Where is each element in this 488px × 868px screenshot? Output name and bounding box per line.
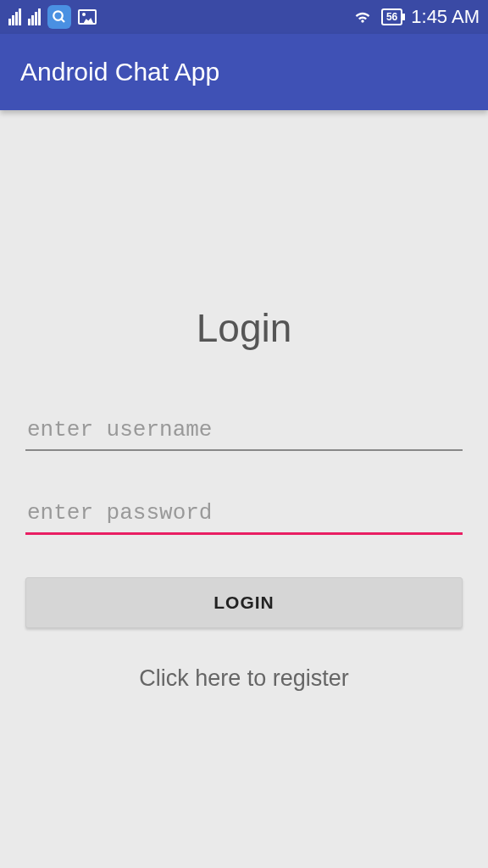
wifi-icon [352, 8, 373, 25]
password-input[interactable] [25, 493, 463, 535]
page-heading: Login [25, 305, 463, 351]
search-app-icon [47, 5, 71, 29]
login-content: Login LOGIN Click here to register [0, 110, 488, 692]
battery-icon: 56 [381, 8, 402, 25]
picture-icon [78, 9, 97, 25]
svg-point-0 [53, 11, 63, 20]
app-bar: Android Chat App [0, 34, 488, 110]
username-input[interactable] [25, 410, 463, 451]
battery-level: 56 [386, 11, 397, 23]
register-link[interactable]: Click here to register [25, 665, 463, 692]
clock-time: 1:45 AM [411, 6, 480, 28]
status-bar: 56 1:45 AM [0, 0, 488, 34]
status-right: 56 1:45 AM [352, 6, 480, 28]
signal-icon-2 [28, 8, 41, 25]
status-left [8, 5, 97, 29]
svg-line-1 [61, 19, 64, 22]
signal-icon [8, 8, 21, 25]
login-button[interactable]: LOGIN [25, 577, 463, 628]
app-title: Android Chat App [20, 58, 219, 86]
